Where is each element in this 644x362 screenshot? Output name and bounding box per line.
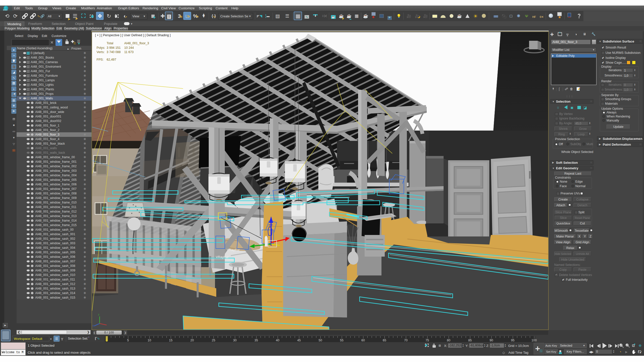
- svg-text:AI48_001_floor_3: AI48_001_floor_3: [124, 42, 149, 45]
- svg-text:11 673: 11 673: [124, 50, 134, 54]
- svg-text:VRayFur: VRayFur: [216, 255, 229, 259]
- svg-text:62,497: 62,497: [107, 58, 116, 61]
- svg-text:[ + ] [ Perspective ] [ User D: [ + ] [ Perspective ] [ User Defined ] […: [95, 33, 171, 37]
- svg-text:3 740 088: 3 740 088: [107, 50, 121, 54]
- svg-text:10 244: 10 244: [124, 46, 134, 50]
- svg-text:Verts:: Verts:: [97, 50, 105, 54]
- svg-text:z: z: [98, 313, 99, 316]
- svg-text:VRayFur: VRayFur: [227, 248, 240, 252]
- svg-text:x: x: [93, 324, 94, 327]
- svg-text:3 994 151: 3 994 151: [107, 46, 121, 50]
- svg-text:Total: Total: [107, 42, 113, 45]
- svg-text:FPS:: FPS:: [97, 58, 104, 61]
- svg-text:Polys:: Polys:: [97, 46, 105, 50]
